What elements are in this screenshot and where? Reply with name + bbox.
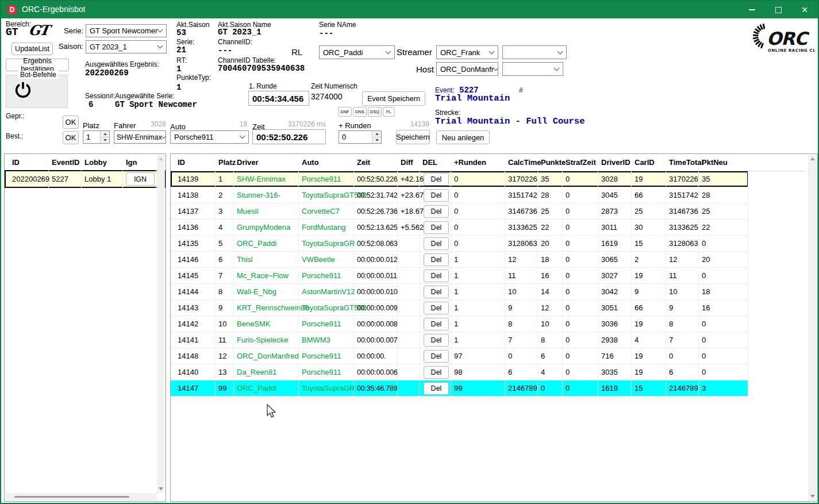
del-button[interactable]: Del xyxy=(424,253,449,266)
del-button[interactable]: Del xyxy=(424,270,449,282)
rl-select-value: ORC_Paddi xyxy=(323,48,363,57)
fl-button[interactable]: FL xyxy=(383,107,395,117)
ign-button[interactable]: IGN xyxy=(126,172,155,186)
del-button[interactable]: Del xyxy=(424,221,449,234)
minimize-button[interactable] xyxy=(739,1,765,18)
results-cell: 14137 xyxy=(175,203,216,219)
zeit-field-value: 00:52:50.226 xyxy=(256,132,307,142)
zeit-numerisch-value: 3274000 xyxy=(311,92,343,101)
results-cell: 0 xyxy=(563,300,598,316)
results-row[interactable]: 141391SHW-EnnimaxPorsche91100:52:50.226+… xyxy=(171,171,748,187)
host-select[interactable]: ORC_DonManfr xyxy=(436,62,498,76)
results-cell: 35 xyxy=(699,171,748,187)
runden-id-hint: 14139 xyxy=(375,120,429,128)
ergebnis-bestaetigen-button[interactable]: Ergebnis bestätigen xyxy=(6,59,69,71)
results-cell: 00:00:00.007 xyxy=(354,332,398,348)
results-row[interactable]: 1414812ORC_DonManfredPorsche91100:00:00.… xyxy=(171,348,748,364)
close-button[interactable]: ✕ xyxy=(791,1,818,18)
neu-anlegen-button[interactable]: Neu anlegen xyxy=(436,130,490,144)
best-ok-button[interactable]: OK xyxy=(63,131,79,144)
results-cell: 3128063 xyxy=(505,236,538,251)
runden-stepper[interactable]: 0 xyxy=(339,130,382,144)
results-cell: 14145 xyxy=(175,268,216,283)
del-button[interactable]: Del xyxy=(424,286,449,298)
results-row[interactable]: 141457Mc_Race~FlowPorsche91100:00:00.011… xyxy=(171,268,748,284)
results-cell: 2873 xyxy=(598,203,632,219)
events-vertical-scrollbar[interactable] xyxy=(157,155,165,493)
results-row[interactable]: 141382Stunner-316-ToyotaSupraGT50000:52:… xyxy=(171,187,748,203)
bot-befehle-groupbox: Bot-Befehle xyxy=(6,75,68,108)
saison-select[interactable]: GT 2023_1 xyxy=(86,40,167,53)
results-cell: 6 xyxy=(505,364,538,380)
runde1-value: 00:54:34.456 xyxy=(252,94,303,103)
host2-select[interactable] xyxy=(502,62,563,76)
streamer-label: Streamer xyxy=(397,47,432,57)
gt-logo: GT xyxy=(28,22,49,39)
results-cell: 8 xyxy=(505,316,538,332)
results-row[interactable]: 141373MuesliCorvetteC700:52:26.736+18.67… xyxy=(171,203,748,220)
results-vertical-scrollbar[interactable] xyxy=(808,155,817,501)
del-button[interactable]: Del xyxy=(424,318,449,330)
del-button[interactable]: Del xyxy=(424,189,449,202)
chevron-down-icon xyxy=(240,133,245,139)
results-cell: 3170226 xyxy=(505,171,538,187)
del-button[interactable]: Del xyxy=(424,173,449,186)
results-cell: 2 xyxy=(632,252,666,267)
dns-button[interactable]: DNS xyxy=(353,107,367,117)
dnf-button[interactable]: DNF xyxy=(338,107,352,117)
results-cell: 3151742 xyxy=(666,187,699,203)
dsq-button[interactable]: DSQ xyxy=(368,107,382,117)
results-cell: 11 xyxy=(666,268,699,283)
results-row[interactable]: 1414013Da_Reen81Porsche91100:00:00.006De… xyxy=(171,364,748,380)
bereich-value: GT xyxy=(6,26,18,38)
del-button[interactable]: Del xyxy=(424,334,449,347)
results-cell: 19 xyxy=(632,268,666,283)
stepper-buttons[interactable] xyxy=(372,131,381,143)
results-row[interactable]: 1414799ORC_PaddiToyotaSupraGR00:35:46.78… xyxy=(171,380,748,397)
events-row[interactable]: 2022002695227Lobby 1IGN xyxy=(5,170,166,188)
updatelist-button[interactable]: UpdateList xyxy=(11,43,53,55)
maximize-button[interactable] xyxy=(765,1,791,18)
del-cell: Del xyxy=(420,332,451,348)
del-button[interactable]: Del xyxy=(424,350,449,363)
del-cell: Del xyxy=(420,316,451,332)
del-button[interactable]: Del xyxy=(424,302,449,314)
del-button[interactable]: Del xyxy=(424,382,449,395)
scrollbar-thumb[interactable] xyxy=(14,496,129,498)
zeit-field[interactable]: 00:52:50.226 xyxy=(252,129,326,144)
speichern-button[interactable]: Speichern xyxy=(396,130,430,144)
runde1-field[interactable]: 00:54:34.456 xyxy=(248,91,309,106)
results-cell: 0 xyxy=(699,364,748,380)
results-cell: 66 xyxy=(632,300,666,316)
del-button[interactable]: Del xyxy=(424,366,449,379)
event-speichern-button[interactable]: Event Speichern xyxy=(362,91,425,106)
results-cell: 0 xyxy=(563,171,598,187)
results-row[interactable]: 141439KRT_Rennschwein86ToyotaSupraGT5000… xyxy=(171,300,748,316)
results-row[interactable]: 1414111Furis-SpieleckeBMWM300:00:00.007D… xyxy=(171,332,748,348)
del-button[interactable]: Del xyxy=(424,237,449,250)
results-cell: 15 xyxy=(632,380,666,396)
results-row[interactable]: 141355ORC_PaddiToyotaSupraGR00:52:08.063… xyxy=(171,236,748,252)
results-cell: 3051 xyxy=(598,300,632,316)
platz-stepper[interactable]: 1 xyxy=(83,130,110,144)
rl-select[interactable]: ORC_Paddi xyxy=(319,45,395,59)
stepper-buttons[interactable] xyxy=(100,131,109,143)
results-cell: 3 xyxy=(699,380,748,396)
channelid-label: ChannelID: xyxy=(218,38,252,46)
results-row[interactable]: 141466ThislVWBeetle00:00:00.012Del112180… xyxy=(171,252,748,268)
fahrer-select[interactable]: SHW-Ennimax xyxy=(114,130,166,144)
results-row[interactable]: 1414210BeneSMKPorsche91100:00:00.008Del1… xyxy=(171,316,748,332)
results-cell: 25 xyxy=(699,203,748,219)
results-row[interactable]: 141364GrumpyModenaFordMustang00:52:13.62… xyxy=(171,220,748,236)
auto-select[interactable]: Porsche911 xyxy=(170,130,249,144)
streamer-select[interactable]: ORC_Frank xyxy=(436,45,498,59)
serie-select[interactable]: GT Sport Newcomer xyxy=(86,24,167,37)
events-horizontal-scrollbar[interactable] xyxy=(5,493,157,501)
results-row[interactable]: 141448Wall-E_NbgAstonMartinV1200:00:00.0… xyxy=(171,284,748,300)
streamer2-select[interactable] xyxy=(502,45,567,59)
del-button[interactable]: Del xyxy=(424,205,449,218)
power-button[interactable] xyxy=(13,80,33,102)
gepr-ok-button[interactable]: OK xyxy=(63,116,79,129)
results-cell: GrumpyModena xyxy=(234,220,299,235)
results-cell: 9 xyxy=(666,300,699,316)
